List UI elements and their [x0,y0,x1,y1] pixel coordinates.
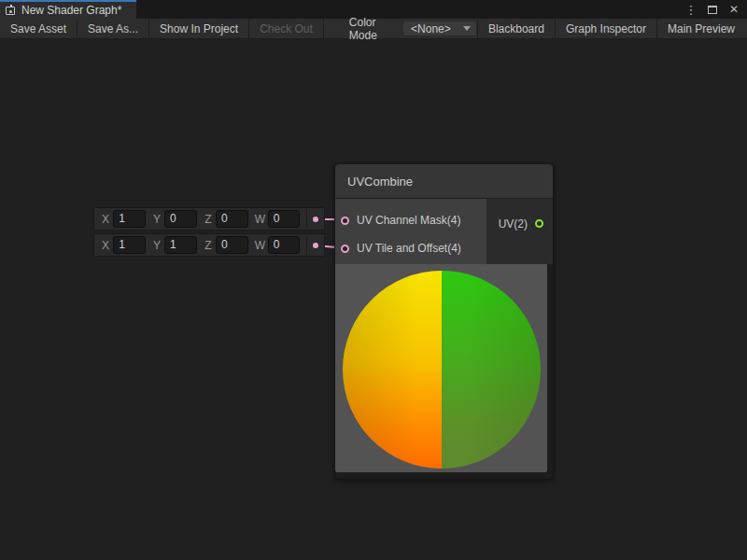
save-as-button[interactable]: Save As... [78,19,149,38]
node-output-ports: UV(2) [486,199,553,264]
uv-preview-sphere [343,271,541,469]
color-mode-label: Color Mode [349,16,394,42]
node-uvcombine[interactable]: UVCombine UV Channel Mask(4) UV Tile and… [334,163,554,480]
chevron-down-icon [463,26,471,31]
w-field[interactable]: 0 [268,210,301,228]
x-field[interactable]: 1 [113,236,146,254]
output-port-label: UV(2) [499,217,528,231]
sphere-left-half [343,271,442,469]
save-asset-button[interactable]: Save Asset [0,19,78,38]
input-port-label: UV Channel Mask(4) [357,214,460,227]
blackboard-toggle-button[interactable]: Blackboard [477,19,555,38]
window-menu-icon[interactable]: ⋮ [684,2,698,17]
output-port-ring-icon[interactable] [535,219,543,228]
maximize-icon[interactable] [705,2,720,17]
color-mode-group: Color Mode <None> [349,19,477,38]
z-field[interactable]: 0 [216,210,248,228]
node-input-ports: UV Channel Mask(4) UV Tile and Offset(4) [335,199,486,264]
w-label: W [255,239,265,252]
node-title: UVCombine [347,175,413,189]
vector4-output-port-2[interactable] [306,233,324,257]
vector4-output-port-1[interactable] [306,207,324,231]
tab-new-shader-graph[interactable]: New Shader Graph* [0,0,136,19]
node-ports: UV Channel Mask(4) UV Tile and Offset(4)… [335,199,553,264]
node-preview [335,264,547,472]
input-port-label: UV Tile and Offset(4) [357,242,461,255]
color-mode-dropdown[interactable]: <None> [402,21,477,36]
sphere-right-half [442,271,541,469]
z-label: Z [204,213,213,226]
vector4-input-row-2[interactable]: X 1 Y 1 Z 0 W 0 [93,233,325,257]
window-controls: ⋮ ✕ [684,0,747,19]
x-label: X [101,213,110,226]
graph-canvas[interactable]: X 1 Y 0 Z 0 W 0 X 1 Y 1 Z 0 W 0 UVCombin… [0,39,747,560]
show-in-project-button[interactable]: Show In Project [149,19,249,38]
y-field[interactable]: 1 [164,236,197,254]
z-label: Z [204,239,213,252]
vector4-input-row-1[interactable]: X 1 Y 0 Z 0 W 0 [93,207,325,231]
color-mode-value: <None> [411,22,463,35]
shader-graph-asset-icon [6,5,17,16]
y-label: Y [152,239,162,252]
shader-graph-window: New Shader Graph* ⋮ ✕ Save Asset Save As… [0,0,747,560]
main-preview-toggle-button[interactable]: Main Preview [656,19,747,38]
x-label: X [101,239,110,252]
node-header[interactable]: UVCombine [335,164,553,199]
node-preview-section [335,264,553,479]
y-field[interactable]: 0 [164,210,197,228]
tab-title: New Shader Graph* [21,4,121,17]
close-icon[interactable]: ✕ [726,2,741,17]
w-label: W [255,213,265,226]
port-dot-icon [313,243,318,248]
y-label: Y [152,213,162,226]
toolbar-right-group: Blackboard Graph Inspector Main Preview [477,19,747,38]
z-field[interactable]: 0 [216,236,248,254]
input-port-ring-icon[interactable] [341,245,349,253]
input-port-ring-icon[interactable] [341,217,349,225]
input-port-uv-tile-offset: UV Tile and Offset(4) [335,234,486,262]
graph-inspector-toggle-button[interactable]: Graph Inspector [555,19,656,38]
input-port-uv-channel-mask: UV Channel Mask(4) [335,206,486,234]
port-dot-icon [313,217,318,222]
w-field[interactable]: 0 [268,236,301,254]
x-field[interactable]: 1 [113,210,146,228]
check-out-button: Check Out [249,19,324,38]
toolbar: Save Asset Save As... Show In Project Ch… [0,19,747,39]
